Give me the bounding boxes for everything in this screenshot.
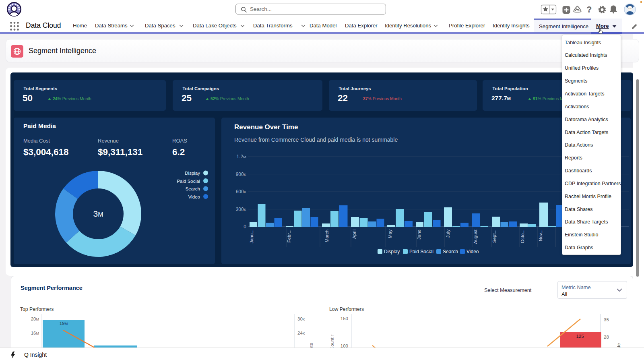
svg-text:150: 150	[341, 316, 348, 321]
svg-text:28: 28	[604, 335, 609, 339]
svg-text:600K: 600K	[236, 189, 247, 194]
svg-text:Nov...: Nov...	[538, 230, 543, 241]
svg-text:Video: Video	[188, 194, 200, 199]
svg-text:19M: 19M	[60, 321, 68, 326]
svg-text:Video: Video	[466, 249, 479, 254]
svg-text:July: July	[446, 230, 450, 238]
svg-text:Count ↑: Count ↑	[330, 334, 334, 348]
svg-text:Octo...: Octo...	[520, 230, 525, 243]
svg-text:March: March	[324, 230, 329, 242]
svg-text:Display: Display	[185, 171, 200, 176]
svg-text:16M: 16M	[31, 331, 39, 335]
svg-text:?: ?	[586, 4, 592, 14]
svg-text:30K: 30K	[297, 316, 305, 321]
svg-text:Sept...: Sept...	[492, 230, 497, 243]
svg-text:Febr...: Febr...	[287, 230, 291, 243]
svg-text:900K: 900K	[236, 172, 247, 177]
svg-text:300K: 300K	[236, 207, 247, 212]
svg-text:Engagement Rate: Engagement Rate	[616, 343, 621, 348]
svg-text:Top Performers: Top Performers	[20, 306, 54, 312]
svg-text:Janu...: Janu...	[249, 230, 254, 244]
svg-text:0: 0	[244, 224, 246, 230]
svg-text:April: April	[352, 230, 357, 239]
svg-text:Low Performers: Low Performers	[329, 306, 364, 312]
svg-text:Paid Social: Paid Social	[409, 249, 433, 254]
svg-text:Engagement Rate: Engagement Rate	[309, 343, 314, 348]
svg-text:June: June	[417, 230, 421, 240]
svg-text:20M: 20M	[31, 316, 39, 321]
svg-text:1.2M: 1.2M	[236, 154, 246, 159]
svg-text:125: 125	[576, 334, 584, 339]
svg-text:35: 35	[604, 317, 609, 322]
svg-text:Search: Search	[443, 249, 458, 254]
svg-text:August: August	[473, 229, 478, 244]
svg-text:May: May	[388, 230, 392, 238]
svg-text:Display: Display	[384, 249, 400, 254]
svg-text:100: 100	[341, 343, 348, 348]
svg-text:24K: 24K	[297, 331, 305, 335]
svg-text:Search: Search	[186, 186, 200, 191]
svg-text:3M: 3M	[93, 209, 103, 218]
svg-text:Paid Social: Paid Social	[177, 179, 200, 184]
